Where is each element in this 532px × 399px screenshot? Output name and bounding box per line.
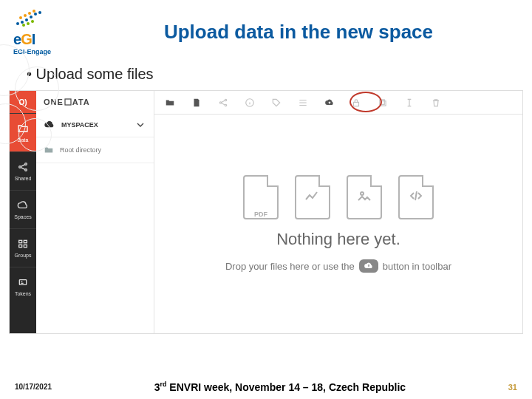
svg-rect-27 (381, 100, 386, 105)
hint-text-post: button in toolbar (383, 261, 451, 272)
space-selector[interactable]: MYSPACEX (36, 113, 154, 137)
tag-icon[interactable] (271, 98, 282, 108)
code-file-icon (398, 175, 434, 219)
svg-point-3 (30, 16, 33, 18)
logo-subtitle: EGI-Engage (13, 48, 78, 55)
token-icon (17, 276, 29, 288)
main-area: PDF Nothing here yet. Drop your files he… (154, 91, 522, 333)
toolbar (154, 91, 522, 115)
space-panel: ONEATA MYSPACEX Root directory (36, 91, 154, 333)
sidebar-item-shared[interactable]: Shared (10, 151, 36, 190)
brand-glyph-icon (64, 98, 72, 106)
chevron-down-icon (134, 119, 146, 131)
svg-rect-18 (19, 245, 22, 247)
svg-rect-16 (19, 240, 22, 242)
svg-point-0 (16, 22, 19, 25)
svg-point-6 (19, 16, 22, 19)
upload-button-ref (359, 259, 378, 273)
svg-point-8 (28, 12, 31, 15)
cloud-icon (44, 119, 55, 131)
folder-name: Root directory (60, 146, 101, 154)
list-icon[interactable] (298, 98, 308, 108)
svg-point-9 (33, 10, 35, 13)
bullet-text: • Upload some files (0, 55, 532, 90)
svg-point-29 (361, 192, 364, 195)
logo-dots-icon (13, 7, 58, 28)
svg-rect-17 (24, 240, 27, 242)
info-icon[interactable] (245, 98, 255, 108)
image-file-icon (347, 175, 382, 219)
svg-point-5 (38, 11, 41, 14)
svg-point-12 (31, 20, 34, 23)
pdf-file-icon: PDF (243, 175, 279, 219)
copy-icon[interactable] (378, 98, 388, 108)
onedata-screenshot: O) Data Shared Spaces Groups Tokens ONEA… (9, 90, 523, 334)
sidebar-item-label: Tokens (15, 291, 31, 296)
svg-point-14 (25, 163, 27, 166)
svg-point-13 (19, 166, 21, 168)
svg-point-24 (225, 104, 226, 106)
slide-footer: 10/17/2021 3rd ENVRI week, November 14 –… (0, 381, 532, 393)
sidebar-item-label: Data (18, 137, 29, 143)
svg-point-15 (25, 169, 27, 171)
egi-logo: eGI EGI-Engage (13, 7, 78, 55)
space-name: MYSPACEX (61, 121, 98, 129)
svg-point-2 (25, 18, 28, 21)
folder-row[interactable]: Root directory (36, 137, 154, 163)
svg-point-7 (24, 14, 27, 17)
share-icon[interactable] (218, 98, 228, 108)
svg-point-4 (34, 13, 37, 16)
slide-title: Upload data in the new space (78, 21, 519, 44)
hint-text-pre: Drop your files here or use the (225, 261, 355, 272)
svg-rect-26 (354, 102, 359, 106)
share-icon (17, 161, 29, 173)
footer-page: 31 (508, 383, 517, 392)
cloud-icon (17, 200, 29, 211)
rename-icon[interactable] (404, 98, 415, 108)
folder-icon (17, 123, 29, 134)
file-icons-row: PDF (243, 175, 434, 219)
lock-icon[interactable] (351, 98, 361, 108)
brand-bar: ONEATA (36, 91, 154, 113)
footer-center: 3rd ENVRI week, November 14 – 18, Czech … (52, 381, 508, 393)
chart-file-icon (295, 175, 330, 219)
svg-rect-21 (65, 99, 71, 105)
upload-icon[interactable] (324, 98, 335, 108)
folder-icon (44, 145, 54, 155)
new-folder-icon[interactable] (165, 98, 175, 108)
trash-icon[interactable] (431, 98, 441, 108)
sidebar-item-groups[interactable]: Groups (10, 228, 36, 267)
svg-rect-28 (380, 99, 384, 103)
sidebar-item-label: Groups (15, 253, 32, 258)
svg-point-23 (225, 99, 226, 100)
empty-hint: Drop your files here or use the button i… (225, 259, 451, 273)
sidebar-item-data[interactable]: Data (10, 113, 36, 151)
svg-rect-19 (24, 245, 27, 247)
svg-point-22 (219, 101, 221, 103)
sidebar-logo[interactable]: O) (10, 91, 36, 113)
empty-state: PDF Nothing here yet. Drop your files he… (154, 115, 522, 333)
svg-point-10 (22, 24, 25, 27)
empty-title: Nothing here yet. (276, 230, 400, 249)
sidebar-item-label: Spaces (14, 214, 31, 219)
file-icon[interactable] (191, 98, 202, 108)
sidebar-item-label: Shared (15, 176, 32, 181)
groups-icon (17, 238, 29, 250)
footer-date: 10/17/2021 (15, 383, 52, 391)
svg-point-11 (27, 22, 30, 25)
sidebar-item-tokens[interactable]: Tokens (10, 267, 36, 305)
sidebar-item-spaces[interactable]: Spaces (10, 190, 36, 228)
sidebar: O) Data Shared Spaces Groups Tokens (10, 91, 36, 333)
slide-header: eGI EGI-Engage Upload data in the new sp… (0, 0, 532, 55)
svg-point-1 (21, 21, 24, 24)
svg-rect-20 (19, 280, 26, 285)
